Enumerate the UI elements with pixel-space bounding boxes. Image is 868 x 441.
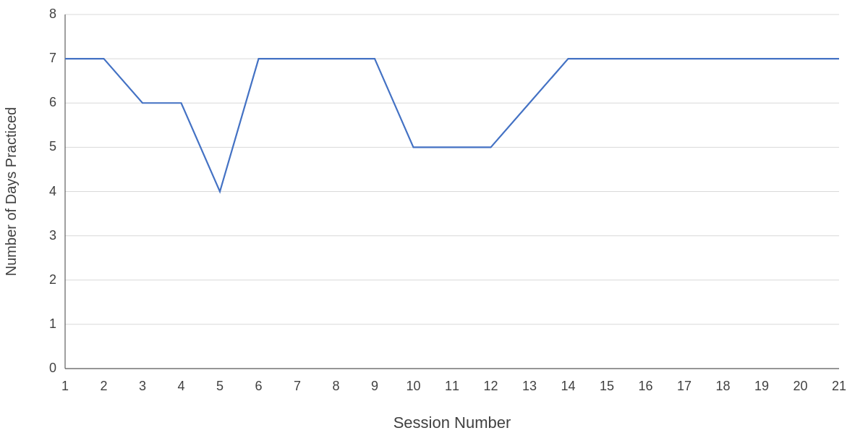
svg-text:4: 4 [177, 379, 184, 393]
svg-text:6: 6 [255, 379, 262, 393]
svg-text:5: 5 [49, 139, 56, 154]
svg-text:14: 14 [561, 379, 575, 393]
svg-text:13: 13 [522, 379, 537, 393]
chart-container: 0123456781234567891011121314151617181920… [0, 0, 868, 441]
svg-text:7: 7 [49, 51, 56, 65]
svg-text:1: 1 [49, 316, 56, 331]
svg-text:15: 15 [600, 379, 614, 393]
svg-text:21: 21 [832, 379, 846, 393]
svg-text:0: 0 [49, 361, 56, 375]
svg-text:20: 20 [793, 379, 807, 393]
svg-text:19: 19 [754, 379, 769, 393]
svg-text:Number of Days Practiced: Number of Days Practiced [3, 107, 19, 276]
svg-text:18: 18 [715, 379, 730, 393]
svg-text:2: 2 [100, 379, 107, 393]
svg-text:17: 17 [677, 379, 692, 393]
svg-text:Session Number: Session Number [393, 413, 511, 432]
svg-text:9: 9 [371, 379, 378, 393]
svg-text:6: 6 [49, 95, 56, 109]
svg-text:16: 16 [638, 379, 652, 393]
svg-text:4: 4 [49, 184, 56, 198]
svg-text:3: 3 [49, 228, 56, 243]
svg-text:8: 8 [49, 7, 56, 21]
svg-text:1: 1 [61, 379, 69, 393]
line-chart: 0123456781234567891011121314151617181920… [0, 0, 868, 441]
svg-text:3: 3 [139, 379, 146, 393]
svg-text:12: 12 [483, 379, 498, 393]
svg-text:11: 11 [445, 379, 459, 393]
svg-text:5: 5 [216, 379, 224, 393]
svg-text:7: 7 [294, 379, 301, 393]
svg-text:8: 8 [332, 379, 339, 393]
svg-text:2: 2 [49, 272, 56, 287]
svg-text:10: 10 [406, 379, 420, 393]
